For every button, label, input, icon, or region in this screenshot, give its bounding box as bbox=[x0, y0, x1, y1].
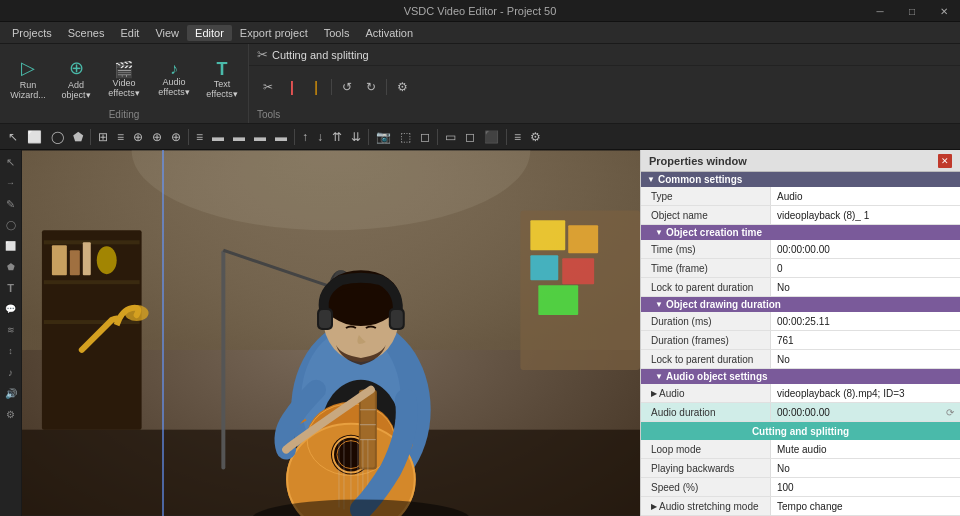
svg-rect-9 bbox=[83, 242, 91, 275]
sec-grid-btn[interactable]: ⊞ bbox=[94, 128, 112, 146]
sec-fx2-btn[interactable]: ▬ bbox=[229, 128, 249, 146]
properties-body[interactable]: ▼ Common settings Type Audio Object name… bbox=[641, 172, 960, 516]
stretching-expand-icon[interactable]: ▶ bbox=[651, 502, 657, 511]
sec-up-btn[interactable]: ↑ bbox=[298, 128, 312, 146]
redo-btn[interactable]: ↻ bbox=[360, 76, 382, 98]
creation-arrow-icon: ▼ bbox=[655, 228, 663, 237]
menu-projects[interactable]: Projects bbox=[4, 25, 60, 41]
tool-arrow[interactable]: → bbox=[1, 173, 21, 193]
close-btn[interactable]: ✕ bbox=[928, 0, 960, 22]
sec-menu2-btn[interactable]: ≡ bbox=[510, 128, 525, 146]
tool-speaker[interactable]: 🔊 bbox=[1, 383, 21, 403]
menu-edit[interactable]: Edit bbox=[112, 25, 147, 41]
properties-close-btn[interactable]: ✕ bbox=[938, 154, 952, 168]
svg-rect-4 bbox=[44, 240, 140, 244]
tool-bubble[interactable]: 💬 bbox=[1, 299, 21, 319]
sec-rect-btn[interactable]: ⬜ bbox=[23, 128, 46, 146]
tool-pencil[interactable]: ✎ bbox=[1, 194, 21, 214]
sec-addtrack-btn[interactable]: ⊕ bbox=[129, 128, 147, 146]
add-object-btn[interactable]: ⊕ Addobject▾ bbox=[54, 50, 98, 108]
object-name-label: Object name bbox=[641, 206, 771, 224]
sec-top-btn[interactable]: ⇈ bbox=[328, 128, 346, 146]
audio-duration-row: Audio duration 00:00:00.00 ⟳ bbox=[641, 403, 960, 422]
audio-effects-btn[interactable]: ♪ Audioeffects▾ bbox=[150, 50, 198, 108]
maximize-btn[interactable]: □ bbox=[896, 0, 928, 22]
tool-poly[interactable]: ⬟ bbox=[1, 257, 21, 277]
lock-parent1-label: Lock to parent duration bbox=[641, 278, 771, 296]
tool-text[interactable]: T bbox=[1, 278, 21, 298]
svg-rect-52 bbox=[538, 285, 578, 315]
playing-backwards-label: Playing backwards bbox=[641, 459, 771, 477]
audio-duration-scroll-icon[interactable]: ⟳ bbox=[946, 407, 954, 418]
sec-addtrack3-btn[interactable]: ⊕ bbox=[167, 128, 185, 146]
menu-tools[interactable]: Tools bbox=[316, 25, 358, 41]
sec-bar-btn[interactable]: ▭ bbox=[441, 128, 460, 146]
sec-fill-btn[interactable]: ⬛ bbox=[480, 128, 503, 146]
svg-point-10 bbox=[97, 246, 117, 274]
video-effects-btn[interactable]: 🎬 Videoeffects▾ bbox=[100, 50, 148, 108]
sec-diamond-btn[interactable]: ⬟ bbox=[69, 128, 87, 146]
sec-clip-btn[interactable]: ⬚ bbox=[396, 128, 415, 146]
sec-gear-btn[interactable]: ⚙ bbox=[526, 128, 545, 146]
cut-scissor-btn[interactable]: ✂ bbox=[257, 76, 279, 98]
svg-rect-6 bbox=[44, 320, 140, 324]
stretching-mode-label: ▶ Audio stretching mode bbox=[641, 497, 771, 515]
common-arrow-icon: ▼ bbox=[647, 175, 655, 184]
audio-expand-icon[interactable]: ▶ bbox=[651, 389, 657, 398]
cut-orange-btn[interactable]: | bbox=[305, 76, 327, 98]
tool-circle[interactable]: ◯ bbox=[1, 215, 21, 235]
sec-layers-btn[interactable]: ≡ bbox=[192, 128, 207, 146]
sec-bot-btn[interactable]: ⇊ bbox=[347, 128, 365, 146]
sec-fx4-btn[interactable]: ▬ bbox=[271, 128, 291, 146]
sec-fx1-btn[interactable]: ▬ bbox=[208, 128, 228, 146]
tool-pointer[interactable]: ↖ bbox=[1, 152, 21, 172]
add-object-icon: ⊕ bbox=[69, 57, 84, 79]
tool-audio[interactable]: ♪ bbox=[1, 362, 21, 382]
audio-duration-label: Audio duration bbox=[641, 403, 771, 421]
audio-value: videoplayback (8).mp4; ID=3 bbox=[771, 384, 960, 402]
menu-activation[interactable]: Activation bbox=[357, 25, 421, 41]
menu-scenes[interactable]: Scenes bbox=[60, 25, 113, 41]
sec-camera-btn[interactable]: 📷 bbox=[372, 128, 395, 146]
svg-rect-8 bbox=[70, 250, 80, 275]
sec-ellipse-btn[interactable]: ◯ bbox=[47, 128, 68, 146]
text-effects-btn[interactable]: T Texteffects▾ bbox=[200, 50, 244, 108]
svg-rect-25 bbox=[319, 310, 331, 328]
sec-box-btn[interactable]: ◻ bbox=[461, 128, 479, 146]
playing-backwards-row: Playing backwards No bbox=[641, 459, 960, 478]
common-settings-header[interactable]: ▼ Common settings bbox=[641, 172, 960, 187]
audio-settings-label: Audio object settings bbox=[666, 371, 768, 382]
scissors-icon: ✂ bbox=[257, 47, 268, 62]
creation-time-header[interactable]: ▼ Object creation time bbox=[641, 225, 960, 240]
lock-parent2-row: Lock to parent duration No bbox=[641, 350, 960, 369]
run-wizard-icon: ▷ bbox=[21, 57, 35, 79]
sec-clip2-btn[interactable]: ◻ bbox=[416, 128, 434, 146]
loop-mode-row: Loop mode Mute audio bbox=[641, 440, 960, 459]
tool-lines[interactable]: ≋ bbox=[1, 320, 21, 340]
sec-down-btn[interactable]: ↓ bbox=[313, 128, 327, 146]
type-label: Type bbox=[641, 187, 771, 205]
minimize-btn[interactable]: ─ bbox=[864, 0, 896, 22]
time-ms-value: 00:00:00.00 bbox=[771, 240, 960, 258]
sec-align-btn[interactable]: ≡ bbox=[113, 128, 128, 146]
tool-settings[interactable]: ⚙ bbox=[1, 404, 21, 424]
dur-ms-row: Duration (ms) 00:00:25.11 bbox=[641, 312, 960, 331]
sec-cursor-btn[interactable]: ↖ bbox=[4, 128, 22, 146]
sec-addtrack2-btn[interactable]: ⊕ bbox=[148, 128, 166, 146]
video-effects-icon: 🎬 bbox=[114, 60, 134, 79]
menu-export[interactable]: Export project bbox=[232, 25, 316, 41]
sep-6 bbox=[506, 129, 507, 145]
tool-rect[interactable]: ⬜ bbox=[1, 236, 21, 256]
run-wizard-btn[interactable]: ▷ Run Wizard... bbox=[4, 50, 52, 108]
tool-resize[interactable]: ↕ bbox=[1, 341, 21, 361]
editing-label: Editing bbox=[0, 109, 248, 123]
drawing-duration-header[interactable]: ▼ Object drawing duration bbox=[641, 297, 960, 312]
cut-red-btn[interactable]: | bbox=[281, 76, 303, 98]
undo-btn[interactable]: ↺ bbox=[336, 76, 358, 98]
menu-view[interactable]: View bbox=[147, 25, 187, 41]
menu-editor[interactable]: Editor bbox=[187, 25, 232, 41]
cutting-tab-label: Cutting and splitting bbox=[272, 49, 369, 61]
audio-settings-header[interactable]: ▼ Audio object settings bbox=[641, 369, 960, 384]
sec-fx3-btn[interactable]: ▬ bbox=[250, 128, 270, 146]
settings-btn[interactable]: ⚙ bbox=[391, 76, 413, 98]
